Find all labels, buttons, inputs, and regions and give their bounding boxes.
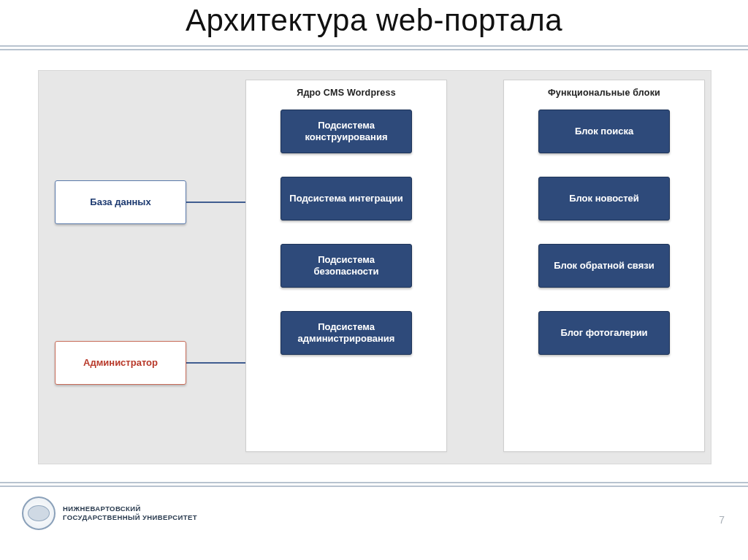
core-stack: Подсистема конструирования Подсистема ин… <box>246 110 446 355</box>
functional-stack: Блок поиска Блок новостей Блок обратной … <box>504 110 704 355</box>
func-item-1-label: Блок новостей <box>569 193 639 204</box>
divider-top-1 <box>0 45 748 47</box>
functional-panel-title: Функциональные блоки <box>507 88 701 98</box>
core-item-1-label: Подсистема интеграции <box>289 193 402 204</box>
func-item-3: Блог фотогалерии <box>538 311 670 355</box>
footer-logo: НИЖНЕВАРТОВСКИЙ ГОСУДАРСТВЕННЫЙ УНИВЕРСИ… <box>22 496 197 530</box>
core-item-3: Подсистема администрирования <box>280 311 412 355</box>
func-item-2: Блок обратной связи <box>538 244 670 288</box>
divider-bottom-2 <box>0 486 748 487</box>
footer-org-line2: ГОСУДАРСТВЕННЫЙ УНИВЕРСИТЕТ <box>63 513 197 522</box>
external-database-box: База данных <box>55 180 186 224</box>
core-item-0-label: Подсистема конструирования <box>289 120 404 144</box>
core-item-1: Подсистема интеграции <box>280 177 412 220</box>
university-seal-icon <box>22 496 56 530</box>
divider-bottom-1 <box>0 482 748 483</box>
page-number: 7 <box>719 514 725 526</box>
func-item-3-label: Блог фотогалерии <box>560 327 647 339</box>
footer-org-text: НИЖНЕВАРТОВСКИЙ ГОСУДАРСТВЕННЫЙ УНИВЕРСИ… <box>63 505 197 522</box>
core-item-2-label: Подсистема безопасности <box>289 254 404 278</box>
func-item-0: Блок поиска <box>538 110 670 153</box>
diagram-canvas: База данных Администратор Ядро CMS Wordp… <box>38 70 711 464</box>
core-panel: Ядро CMS Wordpress Подсистема конструиро… <box>245 80 447 452</box>
external-admin-box: Администратор <box>55 341 186 385</box>
func-item-1: Блок новостей <box>538 177 670 220</box>
functional-panel: Функциональные блоки Блок поиска Блок но… <box>503 80 705 452</box>
footer-org-line1: НИЖНЕВАРТОВСКИЙ <box>63 505 197 513</box>
core-panel-title: Ядро CMS Wordpress <box>249 88 443 98</box>
core-item-2: Подсистема безопасности <box>280 244 412 288</box>
core-item-3-label: Подсистема администрирования <box>289 321 404 345</box>
core-item-0: Подсистема конструирования <box>280 110 412 153</box>
divider-top-2 <box>0 49 748 50</box>
func-item-2-label: Блок обратной связи <box>554 260 654 272</box>
func-item-0-label: Блок поиска <box>575 126 633 137</box>
external-database-label: База данных <box>90 196 150 208</box>
external-admin-label: Администратор <box>83 357 158 369</box>
slide-title: Архитектура web-портала <box>0 3 748 38</box>
